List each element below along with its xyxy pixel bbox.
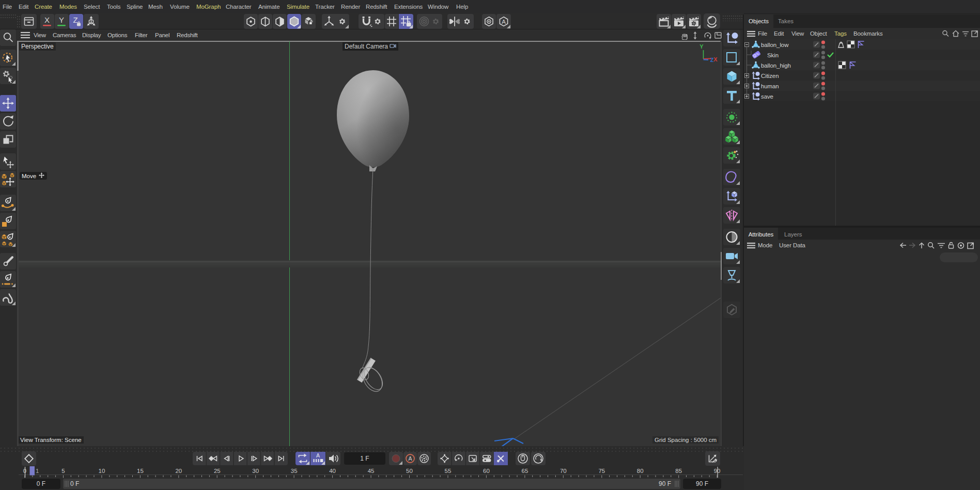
svg-text:85: 85 [675, 468, 682, 474]
svg-text:10: 10 [99, 468, 105, 474]
svg-text:65: 65 [522, 468, 528, 474]
svg-text:A: A [316, 452, 320, 459]
svg-text:40: 40 [329, 468, 336, 474]
svg-text:ballon_low: ballon_low [761, 42, 789, 48]
svg-text:A: A [408, 455, 412, 462]
svg-text:15: 15 [137, 468, 144, 474]
svg-text:35: 35 [291, 468, 298, 474]
svg-text:Z: Z [73, 15, 77, 24]
svg-text:X: X [44, 15, 50, 24]
svg-text:50: 50 [406, 468, 413, 474]
svg-text:1: 1 [36, 468, 39, 474]
svg-text:45: 45 [368, 468, 375, 474]
svg-text:55: 55 [445, 468, 452, 474]
svg-text:X: X [713, 56, 718, 62]
svg-text:Y: Y [699, 43, 704, 50]
svg-text:25: 25 [214, 468, 221, 474]
svg-text:A: A [502, 19, 506, 25]
svg-text:human: human [761, 83, 779, 89]
svg-text:70: 70 [560, 468, 567, 474]
svg-text:Y: Y [59, 15, 64, 24]
svg-text:Skin: Skin [767, 52, 779, 58]
svg-text:5: 5 [61, 468, 65, 474]
svg-text:ballon_high: ballon_high [761, 62, 791, 69]
svg-text:80: 80 [637, 468, 644, 474]
svg-text:30: 30 [252, 468, 259, 474]
svg-text:Citizen: Citizen [761, 73, 779, 79]
svg-text:20: 20 [175, 468, 182, 474]
svg-text:75: 75 [598, 468, 605, 474]
svg-text:save: save [761, 93, 773, 100]
svg-text:60: 60 [483, 468, 490, 474]
svg-text:90: 90 [714, 468, 721, 474]
